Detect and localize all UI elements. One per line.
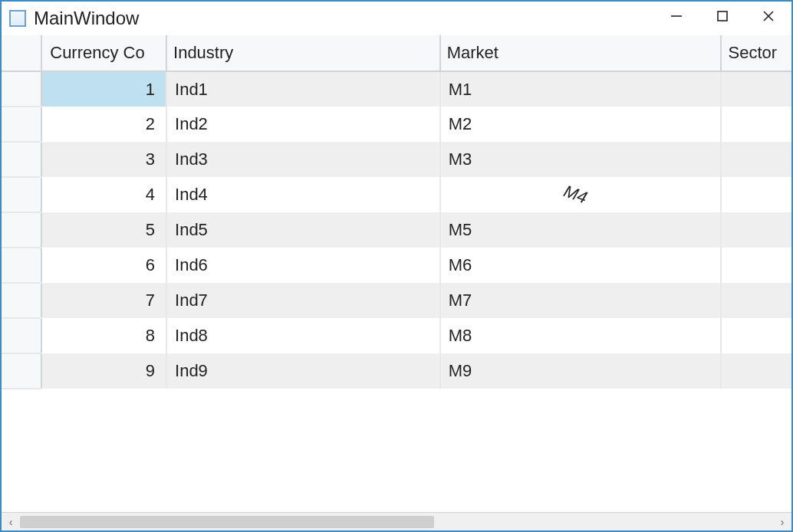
table-row[interactable]: 3Ind3M3 <box>2 142 791 177</box>
cell-currency[interactable]: 8 <box>41 318 166 353</box>
chevron-left-icon: ‹ <box>9 516 13 528</box>
row-header-cell[interactable] <box>2 248 41 283</box>
table-row[interactable]: 4Ind4M4 <box>2 177 791 212</box>
cell-market[interactable]: M9 <box>440 353 722 389</box>
close-icon <box>761 8 776 28</box>
maximize-button[interactable] <box>699 2 745 35</box>
cell-currency[interactable]: 5 <box>41 212 166 248</box>
table-row[interactable]: 6Ind6M6 <box>2 248 791 283</box>
header-row: Currency Co Industry Market Sector <box>2 35 791 71</box>
cell-market[interactable]: M1 <box>440 71 722 107</box>
row-header-cell[interactable] <box>2 71 41 107</box>
cell-sector[interactable] <box>721 142 791 177</box>
cell-sector[interactable] <box>721 248 791 283</box>
row-header-cell[interactable] <box>2 142 41 177</box>
cell-industry[interactable]: Ind8 <box>166 318 440 353</box>
cell-industry[interactable]: Ind9 <box>166 353 440 389</box>
cell-currency[interactable]: 4 <box>41 177 166 212</box>
titlebar[interactable]: MainWindow <box>2 2 791 35</box>
datagrid[interactable]: Currency Co Industry Market Sector 1Ind1… <box>2 35 791 512</box>
row-header-cell[interactable] <box>2 107 41 142</box>
cell-market[interactable]: M4 <box>440 177 722 212</box>
cell-industry[interactable]: Ind3 <box>166 142 440 177</box>
cell-market[interactable]: M8 <box>440 318 722 353</box>
scroll-thumb[interactable] <box>20 516 434 528</box>
cell-sector[interactable] <box>721 71 791 107</box>
cell-sector[interactable] <box>721 212 791 248</box>
scroll-left-button[interactable]: ‹ <box>2 513 20 531</box>
cell-currency[interactable]: 9 <box>41 353 166 389</box>
row-header-cell[interactable] <box>2 177 41 212</box>
row-header-cell[interactable] <box>2 212 41 248</box>
table-row[interactable]: 5Ind5M5 <box>2 212 791 248</box>
table-row[interactable]: 2Ind2M2 <box>2 107 791 142</box>
cell-market-value: M4 <box>561 182 590 209</box>
app-icon <box>9 10 26 27</box>
window-title: MainWindow <box>34 8 139 29</box>
cell-sector[interactable] <box>721 107 791 142</box>
close-button[interactable] <box>745 2 791 35</box>
table-row[interactable]: 7Ind7M7 <box>2 283 791 318</box>
minimize-button[interactable] <box>653 2 699 35</box>
svg-rect-1 <box>718 11 727 21</box>
cell-sector[interactable] <box>721 177 791 212</box>
cell-market[interactable]: M6 <box>440 248 722 283</box>
row-header-cell[interactable] <box>2 283 41 318</box>
cell-industry[interactable]: Ind2 <box>166 107 440 142</box>
column-header-market[interactable]: Market <box>440 35 722 71</box>
content-area: Currency Co Industry Market Sector 1Ind1… <box>2 35 791 530</box>
horizontal-scrollbar[interactable]: ‹ › <box>2 512 791 530</box>
cell-market[interactable]: M3 <box>440 142 722 177</box>
scroll-right-button[interactable]: › <box>773 513 791 531</box>
chevron-right-icon: › <box>781 516 785 528</box>
cell-industry[interactable]: Ind6 <box>166 248 440 283</box>
column-header-industry[interactable]: Industry <box>166 35 440 71</box>
cell-industry[interactable]: Ind5 <box>166 212 440 248</box>
cell-currency[interactable]: 1 <box>41 71 166 107</box>
cell-industry[interactable]: Ind1 <box>166 71 440 107</box>
cell-currency[interactable]: 3 <box>41 142 166 177</box>
cell-market[interactable]: M7 <box>440 283 722 318</box>
row-header-cell[interactable] <box>2 353 41 389</box>
row-header-column[interactable] <box>2 35 41 71</box>
cell-sector[interactable] <box>721 283 791 318</box>
scroll-track[interactable] <box>20 514 773 530</box>
table-row[interactable]: 9Ind9M9 <box>2 353 791 389</box>
row-header-cell[interactable] <box>2 318 41 353</box>
cell-currency[interactable]: 7 <box>41 283 166 318</box>
cell-sector[interactable] <box>721 353 791 389</box>
column-header-currency[interactable]: Currency Co <box>41 35 166 71</box>
minimize-icon <box>669 8 684 28</box>
column-header-sector[interactable]: Sector <box>721 35 791 71</box>
table-row[interactable]: 8Ind8M8 <box>2 318 791 353</box>
cell-industry[interactable]: Ind7 <box>166 283 440 318</box>
cell-industry[interactable]: Ind4 <box>166 177 440 212</box>
maximize-icon <box>715 8 730 28</box>
cell-market[interactable]: M2 <box>440 107 722 142</box>
table-row[interactable]: 1Ind1M1 <box>2 71 791 107</box>
cell-market[interactable]: M5 <box>440 212 722 248</box>
cell-currency[interactable]: 6 <box>41 248 166 283</box>
cell-currency[interactable]: 2 <box>41 107 166 142</box>
main-window: MainWindow Currency Co <box>0 0 793 532</box>
cell-sector[interactable] <box>721 318 791 353</box>
